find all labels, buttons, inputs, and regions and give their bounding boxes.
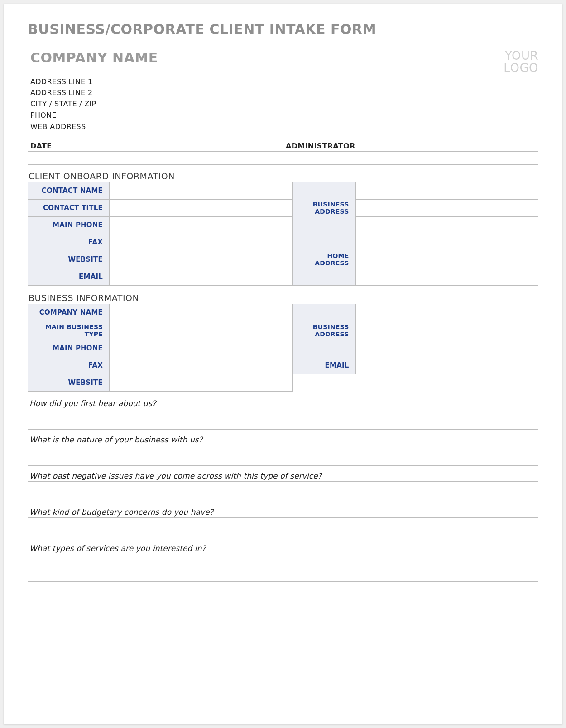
question-2-block: What is the nature of your business with… [28,435,538,466]
input-biz-company-name[interactable] [110,304,293,321]
address-line-2: ADDRESS LINE 2 [30,87,538,99]
input-biz-business-address-1[interactable] [355,304,538,321]
company-contact-lines: ADDRESS LINE 1 ADDRESS LINE 2 CITY / STA… [28,77,538,133]
question-3-label: What past negative issues have you come … [28,471,538,480]
input-biz-email[interactable] [355,357,538,374]
lbl-client-home-address: HOME ADDRESS [292,234,355,285]
logo-line2: LOGO [504,62,538,74]
question-4-input[interactable] [28,517,538,538]
input-client-business-address-2[interactable] [355,199,538,216]
lbl-biz-main-phone: MAIN PHONE [28,340,110,357]
question-5-label: What types of services are you intereste… [28,544,538,553]
question-5-block: What types of services are you intereste… [28,544,538,582]
input-client-home-address-2[interactable] [355,251,538,268]
company-name: COMPANY NAME [28,50,158,66]
client-info-grid: CONTACT NAME BUSINESS ADDRESS CONTACT TI… [28,182,538,286]
lbl-contact-title: CONTACT TITLE [28,199,110,216]
blank-cell [292,374,538,391]
input-client-main-phone[interactable] [110,216,293,234]
input-biz-fax[interactable] [110,357,293,374]
lbl-client-website: WEBSITE [28,251,110,268]
input-contact-name[interactable] [110,182,293,199]
question-4-block: What kind of budgetary concerns do you h… [28,508,538,538]
input-client-website[interactable] [110,251,293,268]
question-2-input[interactable] [28,445,538,466]
lbl-biz-business-address: BUSINESS ADDRESS [292,304,355,357]
input-client-business-address-1[interactable] [355,182,538,199]
question-2-label: What is the nature of your business with… [28,435,538,444]
date-admin-row: DATE ADMINISTRATOR [28,142,538,165]
administrator-label: ADMINISTRATOR [283,142,538,151]
lbl-biz-website: WEBSITE [28,374,110,391]
section-business-info-title: BUSINESS INFORMATION [28,293,538,303]
input-client-home-address-1[interactable] [355,234,538,251]
input-biz-website[interactable] [110,374,293,391]
lbl-biz-main-business-type: MAIN BUSINESS TYPE [28,321,110,340]
intake-form-page: BUSINESS/CORPORATE CLIENT INTAKE FORM CO… [4,4,562,724]
web-line: WEB ADDRESS [30,121,538,133]
lbl-biz-email: EMAIL [292,357,355,374]
form-title: BUSINESS/CORPORATE CLIENT INTAKE FORM [28,21,538,37]
lbl-client-fax: FAX [28,234,110,251]
input-client-fax[interactable] [110,234,293,251]
input-biz-business-address-2[interactable] [355,321,538,340]
section-client-info-title: CLIENT ONBOARD INFORMATION [28,171,538,181]
logo-line1: YOUR [504,50,538,62]
input-client-email[interactable] [110,268,293,285]
input-biz-main-business-type[interactable] [110,321,293,340]
header-row: COMPANY NAME YOUR LOGO [28,50,538,75]
question-3-block: What past negative issues have you come … [28,471,538,502]
input-biz-business-address-3[interactable] [355,340,538,357]
question-1-block: How did you first hear about us? [28,399,538,430]
date-label: DATE [28,142,283,151]
address-line-1: ADDRESS LINE 1 [30,77,538,88]
logo-placeholder: YOUR LOGO [504,50,538,75]
phone-line: PHONE [30,110,538,121]
lbl-client-business-address: BUSINESS ADDRESS [292,182,355,234]
date-input[interactable] [28,151,283,165]
input-contact-title[interactable] [110,199,293,216]
lbl-biz-company-name: COMPANY NAME [28,304,110,321]
question-3-input[interactable] [28,481,538,502]
lbl-contact-name: CONTACT NAME [28,182,110,199]
question-5-input[interactable] [28,554,538,582]
administrator-input[interactable] [283,151,538,165]
input-client-home-address-3[interactable] [355,268,538,285]
input-client-business-address-3[interactable] [355,216,538,234]
business-info-grid: COMPANY NAME BUSINESS ADDRESS MAIN BUSIN… [28,304,538,392]
input-biz-main-phone[interactable] [110,340,293,357]
question-4-label: What kind of budgetary concerns do you h… [28,508,538,517]
city-state-zip: CITY / STATE / ZIP [30,99,538,110]
question-1-input[interactable] [28,409,538,430]
question-1-label: How did you first hear about us? [28,399,538,408]
lbl-biz-fax: FAX [28,357,110,374]
lbl-client-main-phone: MAIN PHONE [28,216,110,234]
lbl-client-email: EMAIL [28,268,110,285]
